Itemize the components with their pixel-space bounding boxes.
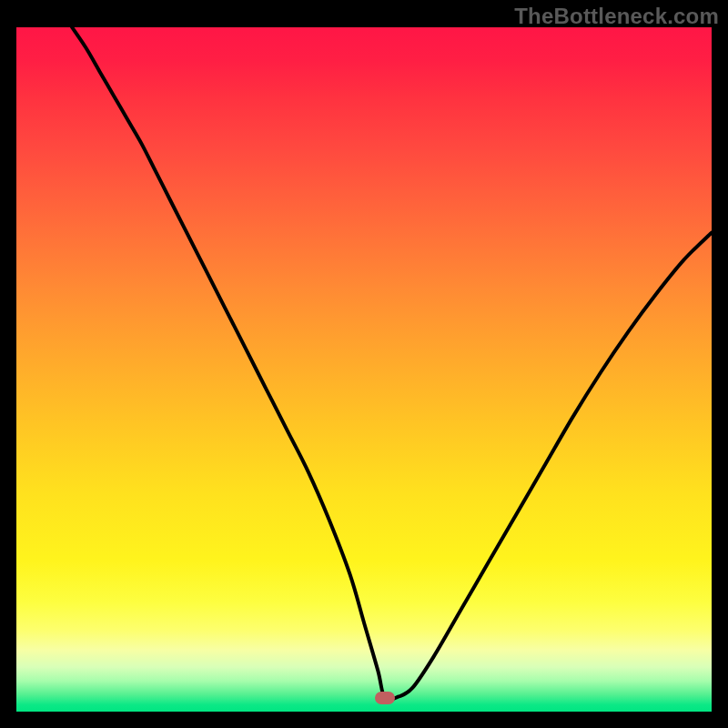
watermark-text: TheBottleneck.com bbox=[514, 4, 719, 29]
minimum-marker bbox=[375, 692, 395, 704]
curve-layer bbox=[16, 27, 712, 712]
bottleneck-curve bbox=[72, 27, 712, 700]
plot-area bbox=[16, 27, 712, 712]
chart-container: TheBottleneck.com bbox=[0, 0, 728, 728]
